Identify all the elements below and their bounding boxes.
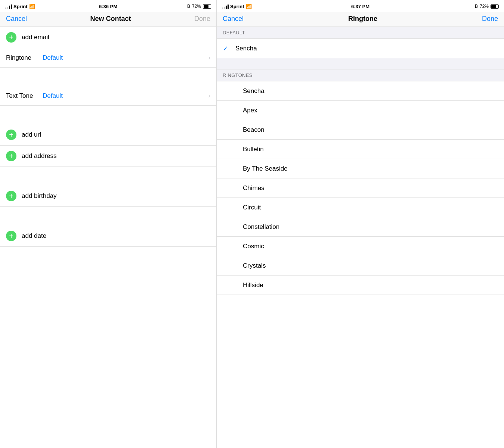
ringtone-item-by-the-seaside[interactable]: By The Seaside [217,159,504,178]
ringtone-item-apex[interactable]: Apex [217,101,504,120]
add-birthday-row[interactable]: + add birthday [0,186,216,207]
right-battery-pct: 72% [480,4,489,9]
ringtone-item-beacon[interactable]: Beacon [217,120,504,140]
ringtone-item-hillside[interactable]: Hillside [217,276,504,295]
ringtone-item-cosmic[interactable]: Cosmic [217,237,504,256]
add-date-icon: + [9,232,13,240]
add-birthday-label: add birthday [22,192,57,200]
left-content: + add email Ringtone Default › Text Tone… [0,27,216,448]
right-panel: Sprint 📶 6:37 PM B 72% Cancel Ringtone D… [217,0,504,448]
ringtone-sencha-default-label: Sencha [235,45,257,52]
left-status-right: B 72% [187,4,211,9]
add-email-icon: + [9,34,13,41]
ringtone-circuit-label: Circuit [243,204,261,211]
ringtone-value: Default [43,54,208,62]
add-url-label: add url [22,131,41,139]
left-carrier: Sprint [13,4,28,9]
ringtone-label: Ringtone [6,54,40,62]
add-url-button[interactable]: + [6,130,16,140]
right-carrier: Sprint [230,4,244,9]
left-signal-bars [5,4,12,9]
add-url-icon: + [9,131,13,139]
add-email-label: add email [22,34,49,41]
left-status-bar: Sprint 📶 6:36 PM B 72% [0,0,216,12]
right-status-bar: Sprint 📶 6:37 PM B 72% [217,0,504,12]
add-address-button[interactable]: + [6,151,16,161]
ringtone-item-bulletin[interactable]: Bulletin [217,140,504,159]
left-done-button[interactable]: Done [194,15,210,23]
text-tone-label: Text Tone [6,92,40,100]
left-time: 6:36 PM [99,4,117,9]
right-signal-bar-4 [228,4,229,9]
text-tone-row[interactable]: Text Tone Default › [0,86,216,106]
ringtone-item-chimes[interactable]: Chimes [217,178,504,198]
right-signal-bar-3 [226,6,227,9]
ringtone-constellation-label: Constellation [243,223,279,231]
ringtone-row[interactable]: Ringtone Default › [0,48,216,68]
right-content: DEFAULT ✓ Sencha RINGTONES Sencha Apex B… [217,27,504,448]
ringtone-by-the-seaside-label: By The Seaside [243,165,288,172]
left-nav-title: New Contact [90,15,131,23]
add-date-row[interactable]: + add date [0,225,216,247]
left-battery-icon [203,4,211,9]
left-panel: Sprint 📶 6:36 PM B 72% Cancel New Contac… [0,0,217,448]
add-birthday-icon: + [9,192,13,200]
left-bluetooth-icon: B [187,4,190,9]
right-signal-bar-1 [222,7,223,9]
right-cancel-button[interactable]: Cancel [223,15,244,23]
right-nav-title: Ringtone [348,15,377,23]
text-tone-chevron-icon: › [208,93,210,99]
ringtone-item-circuit[interactable]: Circuit [217,198,504,217]
ringtone-item-sencha[interactable]: Sencha [217,81,504,101]
right-wifi-icon: 📶 [246,4,252,9]
right-time: 6:37 PM [351,4,370,9]
right-done-button[interactable]: Done [482,15,498,23]
right-battery-icon [491,4,499,9]
spacer-4 [0,207,216,225]
add-birthday-button[interactable]: + [6,191,16,201]
right-bluetooth-icon: B [475,4,478,9]
add-date-button[interactable]: + [6,231,16,241]
default-section-header: DEFAULT [217,27,504,39]
ringtone-item-crystals[interactable]: Crystals [217,256,504,276]
add-email-row[interactable]: + add email [0,27,216,48]
spacer-2 [0,106,216,124]
left-status-left: Sprint 📶 [5,4,35,9]
add-url-row[interactable]: + add url [0,124,216,146]
spacer-3 [0,167,216,186]
ringtone-cosmic-label: Cosmic [243,243,264,250]
right-status-right: B 72% [475,4,499,9]
left-cancel-button[interactable]: Cancel [6,15,27,23]
add-address-row[interactable]: + add address [0,146,216,167]
signal-bar-4 [11,4,12,9]
signal-bar-1 [5,7,6,9]
right-signal-bar-2 [224,7,225,9]
spacer-1 [0,68,216,86]
ringtone-item-sencha-default[interactable]: ✓ Sencha [217,39,504,58]
ringtone-beacon-label: Beacon [243,126,265,134]
ringtone-sencha-label: Sencha [243,87,265,95]
ringtones-section-header: RINGTONES [217,69,504,81]
add-address-icon: + [9,152,13,160]
left-wifi-icon: 📶 [29,4,35,9]
right-battery-fill [491,5,496,8]
right-status-left: Sprint 📶 [222,4,252,9]
section-spacer [217,58,504,69]
left-battery-fill [204,5,208,8]
add-email-button[interactable]: + [6,32,16,43]
ringtone-apex-label: Apex [243,107,257,114]
left-nav-bar: Cancel New Contact Done [0,12,216,27]
ringtone-bulletin-label: Bulletin [243,146,264,153]
ringtone-chevron-icon: › [208,55,210,61]
ringtone-hillside-label: Hillside [243,281,263,289]
ringtone-crystals-label: Crystals [243,262,266,270]
signal-bar-2 [7,7,8,9]
right-nav-bar: Cancel Ringtone Done [217,12,504,27]
add-address-label: add address [22,152,57,160]
right-signal-bars [222,4,229,9]
add-date-label: add date [22,232,46,240]
signal-bar-3 [9,6,10,9]
text-tone-value: Default [43,92,208,100]
ringtone-item-constellation[interactable]: Constellation [217,217,504,237]
checkmark-icon: ✓ [223,44,230,53]
